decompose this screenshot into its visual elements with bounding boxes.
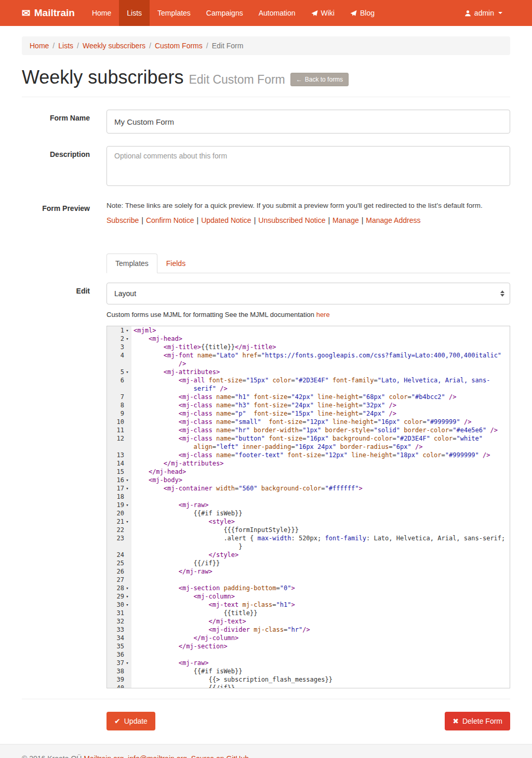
update-button[interactable]: ✔ Update: [107, 712, 155, 730]
edit-template-select[interactable]: Layout: [107, 283, 510, 304]
fold-arrow-icon[interactable]: ▾: [124, 484, 130, 493]
select-arrows-icon: [500, 290, 504, 297]
actions-divider: [22, 699, 510, 699]
code-line[interactable]: 11 <mj-class name="hr" border-width="1px…: [107, 426, 510, 434]
breadcrumb-current: Edit Form: [212, 42, 244, 50]
code-line[interactable]: 12 <mj-class name="button" font-size="16…: [107, 434, 510, 451]
preview-links: Subscribe|Confirm Notice|Updated Notice|…: [107, 216, 510, 224]
code-line[interactable]: 20 {{#if isWeb}}: [107, 509, 510, 517]
code-line[interactable]: 30▾ <mj-text mj-class="h1">: [107, 601, 510, 609]
code-line[interactable]: 14 </mj-attributes>: [107, 459, 510, 468]
nav-blog[interactable]: Blog: [342, 0, 382, 26]
tab-templates[interactable]: Templates: [107, 254, 157, 273]
delete-form-button[interactable]: ✖ Delete Form: [445, 712, 510, 730]
fold-spacer: [124, 559, 130, 567]
page-title: Weekly subscribers: [22, 67, 183, 88]
code-line[interactable]: 39 {{> subscription_flash_messages}}: [107, 675, 510, 684]
nav-lists[interactable]: Lists: [119, 0, 150, 26]
code-line[interactable]: 26 </mj-raw>: [107, 567, 510, 576]
code-line[interactable]: 4 <mj-font name="Lato" href="https://fon…: [107, 351, 510, 368]
breadcrumb-custom-forms[interactable]: Custom Forms: [155, 42, 203, 50]
code-line[interactable]: 34 </mj-column>: [107, 634, 510, 642]
code-line[interactable]: 16▾ <mj-body>: [107, 476, 510, 484]
fold-arrow-icon[interactable]: ▾: [124, 335, 130, 343]
code-line[interactable]: 10 <mj-class name="small" font-size="12p…: [107, 418, 510, 426]
line-number: 1▾: [107, 326, 131, 335]
code-line[interactable]: 19▾ <mj-raw>: [107, 501, 510, 509]
code-line[interactable]: 2▾ <mj-head>: [107, 335, 510, 343]
code-line[interactable]: 24 </style>: [107, 551, 510, 559]
nav-automation[interactable]: Automation: [251, 0, 303, 26]
nav-home[interactable]: Home: [84, 0, 119, 26]
nav-wiki[interactable]: Wiki: [303, 0, 342, 26]
edit-label: Edit: [22, 283, 90, 318]
code-line[interactable]: 27: [107, 576, 510, 584]
breadcrumb-lists[interactable]: Lists: [58, 42, 73, 50]
back-to-forms-button[interactable]: ← Back to forms: [290, 73, 349, 86]
fold-spacer: [124, 609, 130, 617]
code-line[interactable]: 35 </mj-section>: [107, 642, 510, 650]
form-name-input[interactable]: [107, 110, 510, 134]
fold-arrow-icon[interactable]: ▾: [124, 592, 130, 601]
code-line[interactable]: 13 <mj-class name="footer-text" font-siz…: [107, 451, 510, 459]
breadcrumb-home[interactable]: Home: [30, 42, 49, 50]
github-source-link[interactable]: Source on GitHub: [191, 754, 249, 758]
code-line[interactable]: 17▾ <mj-container width="560" background…: [107, 484, 510, 493]
code-line[interactable]: 7 <mj-class name="h1" font-size="42px" l…: [107, 393, 510, 401]
code-line[interactable]: 3 <mj-title>{{title}}</mj-title>: [107, 343, 510, 351]
email-link[interactable]: info@mailtrain.org: [128, 754, 187, 758]
nav-campaigns[interactable]: Campaigns: [198, 0, 251, 26]
description-textarea[interactable]: [107, 146, 510, 186]
breadcrumb-list-name[interactable]: Weekly subscribers: [83, 42, 145, 50]
mjml-docs-link[interactable]: here: [316, 311, 330, 318]
fold-arrow-icon[interactable]: ▾: [124, 601, 130, 609]
fold-spacer: [124, 567, 130, 576]
fold-arrow-icon[interactable]: ▾: [124, 476, 130, 484]
code-line[interactable]: 18: [107, 493, 510, 501]
line-number: 35: [107, 642, 131, 650]
code-line[interactable]: 23 .alert { max-width: 520px; font-famil…: [107, 534, 510, 551]
user-menu[interactable]: admin: [457, 0, 510, 26]
code-line[interactable]: 5▾ <mj-attributes>: [107, 368, 510, 376]
code-line[interactable]: 28▾ <mj-section padding-bottom="0">: [107, 584, 510, 592]
nav-templates[interactable]: Templates: [150, 0, 198, 26]
preview-link-manage[interactable]: Manage: [332, 216, 359, 224]
brand-link[interactable]: ✉ Mailtrain: [22, 0, 84, 26]
code-line[interactable]: 40 {{/if}}: [107, 684, 510, 688]
code-line[interactable]: 29▾ <mj-column>: [107, 592, 510, 601]
paper-plane-icon: [311, 10, 318, 17]
code-line[interactable]: 25 {{/if}}: [107, 559, 510, 567]
mailtrain-org-link[interactable]: Mailtrain.org: [84, 754, 124, 758]
mjml-code-editor[interactable]: 1▾<mjml>2▾ <mj-head>3 <mj-title>{{title}…: [107, 326, 510, 688]
line-number: 32: [107, 617, 131, 626]
code-line[interactable]: 32 </mj-text>: [107, 617, 510, 626]
code-lines[interactable]: 1▾<mjml>2▾ <mj-head>3 <mj-title>{{title}…: [107, 326, 510, 688]
line-number: 20: [107, 509, 131, 517]
code-line[interactable]: 38 {{#if isWeb}}: [107, 667, 510, 675]
fold-arrow-icon[interactable]: ▾: [124, 368, 130, 376]
code-line[interactable]: 31 {{title}}: [107, 609, 510, 617]
preview-link-subscribe[interactable]: Subscribe: [107, 216, 139, 224]
code-line[interactable]: 21▾ <style>: [107, 517, 510, 526]
fold-spacer: [124, 426, 130, 434]
fold-arrow-icon[interactable]: ▾: [124, 501, 130, 509]
fold-arrow-icon[interactable]: ▾: [124, 659, 130, 667]
fold-arrow-icon[interactable]: ▾: [124, 584, 130, 592]
code-line[interactable]: 9 <mj-class name="p" font-size="15px" li…: [107, 409, 510, 418]
preview-link-updated-notice[interactable]: Updated Notice: [201, 216, 251, 224]
code-line[interactable]: 37▾ <mj-raw>: [107, 659, 510, 667]
code-line[interactable]: 8 <mj-class name="h3" font-size="24px" l…: [107, 401, 510, 409]
code-line[interactable]: 6 <mj-all font-size="15px" color="#2D3E4…: [107, 376, 510, 393]
code-line[interactable]: 15 </mj-head>: [107, 468, 510, 476]
preview-link-manage-address[interactable]: Manage Address: [366, 216, 420, 224]
fold-arrow-icon[interactable]: ▾: [124, 517, 130, 526]
code-line[interactable]: 22 {{{formInputStyle}}}: [107, 526, 510, 534]
code-line[interactable]: 33 <mj-divider mj-class="hr"/>: [107, 626, 510, 634]
tab-fields[interactable]: Fields: [157, 254, 194, 273]
preview-link-unsubscribed-notice[interactable]: Unsubscribed Notice: [258, 216, 325, 224]
fold-arrow-icon[interactable]: ▾: [124, 326, 130, 335]
preview-link-confirm-notice[interactable]: Confirm Notice: [146, 216, 194, 224]
code-line[interactable]: 1▾<mjml>: [107, 326, 510, 335]
line-number: 25: [107, 559, 131, 567]
code-line[interactable]: 36: [107, 650, 510, 659]
